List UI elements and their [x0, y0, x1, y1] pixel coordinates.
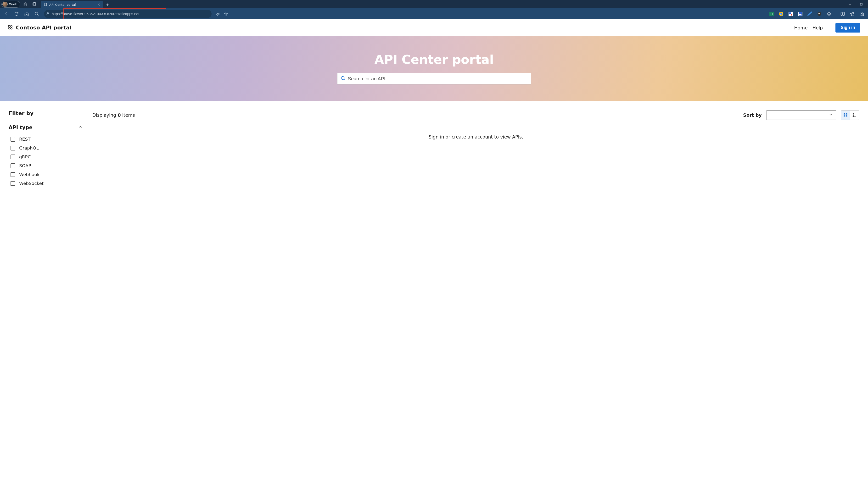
brand-icon [8, 25, 13, 31]
avatar [2, 2, 8, 7]
filter-option-rest[interactable]: REST [9, 135, 83, 143]
tab-actions-icon[interactable] [30, 1, 38, 8]
hero-title: API Center portal [375, 53, 494, 67]
view-list-button[interactable] [850, 110, 859, 120]
filter-label: REST [19, 137, 31, 141]
filter-group-api-type[interactable]: API type [9, 124, 83, 130]
svg-rect-27 [846, 113, 847, 115]
nav-help[interactable]: Help [812, 25, 823, 30]
search-input[interactable] [348, 76, 528, 82]
filters-sidebar: Filter by API type REST GraphQL gRPC SOA… [9, 110, 83, 188]
tab-strip: API Center portal [41, 0, 111, 8]
checkbox[interactable] [10, 181, 15, 186]
svg-text:H: H [770, 12, 773, 15]
minimize-button[interactable] [844, 1, 855, 8]
search-icon [340, 75, 346, 82]
results-number: 0 [118, 112, 121, 118]
extensions-menu-icon[interactable] [825, 9, 833, 18]
page-content: Contoso API portal Home Help Sign in API… [0, 20, 868, 197]
results-suffix: items [121, 112, 135, 118]
results-prefix: Displaying [92, 112, 118, 118]
svg-point-3 [35, 12, 38, 15]
brand[interactable]: Contoso API portal [8, 25, 71, 31]
svg-point-23 [8, 27, 10, 29]
filter-option-soap[interactable]: SOAP [9, 161, 83, 170]
address-bar[interactable] [44, 10, 212, 18]
extensions-area: H [767, 9, 866, 18]
workspaces-icon[interactable] [21, 1, 29, 8]
sort-label: Sort by [743, 112, 762, 118]
window-controls [844, 1, 867, 8]
url-input[interactable] [52, 12, 209, 16]
profile-switcher[interactable]: Work [1, 1, 20, 8]
maximize-button[interactable] [856, 1, 867, 8]
filter-option-webhook[interactable]: Webhook [9, 170, 83, 179]
extension-6[interactable] [815, 9, 824, 18]
filter-option-graphql[interactable]: GraphQL [9, 143, 83, 152]
header-divider [829, 24, 829, 32]
nav-home[interactable]: Home [794, 25, 808, 30]
svg-rect-2 [860, 3, 862, 5]
checkbox[interactable] [10, 137, 15, 141]
extension-4[interactable] [796, 9, 805, 18]
tab-title: API Center portal [49, 3, 76, 6]
svg-point-22 [10, 25, 12, 27]
brand-title: Contoso API portal [16, 25, 71, 31]
back-button[interactable] [2, 9, 11, 19]
svg-rect-11 [789, 12, 791, 14]
tab-api-center[interactable]: API Center portal [41, 1, 103, 8]
split-screen-icon[interactable] [838, 9, 847, 18]
filter-label: Webhook [19, 172, 39, 177]
svg-rect-19 [843, 12, 844, 15]
checkbox[interactable] [10, 155, 15, 159]
lock-icon [46, 12, 50, 16]
extension-1[interactable]: H [767, 9, 776, 18]
filter-label: WebSocket [19, 181, 43, 186]
svg-point-9 [780, 13, 782, 15]
page-header: Contoso API portal Home Help Sign in [0, 20, 868, 36]
svg-point-12 [791, 14, 793, 15]
favorite-icon[interactable] [222, 10, 230, 18]
filter-option-websocket[interactable]: WebSocket [9, 179, 83, 188]
toolbar-divider [836, 11, 836, 17]
main-column: Displaying 0 items Sort by Sign in or cr… [92, 110, 859, 188]
svg-point-24 [10, 27, 12, 29]
extension-5[interactable] [806, 9, 814, 18]
filter-option-grpc[interactable]: gRPC [9, 152, 83, 161]
sort-select[interactable] [767, 110, 836, 120]
home-button[interactable] [22, 9, 31, 19]
filter-group-title: API type [9, 125, 33, 130]
signin-button[interactable]: Sign in [835, 23, 860, 33]
view-grid-button[interactable] [841, 110, 850, 120]
favorites-bar-icon[interactable] [848, 9, 857, 18]
refresh-button[interactable] [12, 9, 21, 19]
svg-point-21 [8, 25, 10, 27]
read-aloud-icon[interactable] [214, 10, 222, 18]
checkbox[interactable] [10, 146, 15, 151]
new-tab-button[interactable] [104, 1, 111, 8]
hero-search[interactable] [337, 73, 531, 85]
view-toggle [841, 110, 859, 120]
collections-icon[interactable] [858, 9, 866, 18]
close-tab-button[interactable] [97, 2, 101, 7]
browser-titlebar: Work API Center portal [0, 0, 868, 8]
search-button[interactable] [32, 9, 41, 19]
svg-rect-26 [844, 113, 845, 115]
page-icon [43, 2, 48, 7]
svg-point-16 [818, 13, 819, 14]
checkbox[interactable] [10, 163, 15, 168]
svg-rect-29 [846, 116, 847, 117]
svg-point-25 [341, 76, 344, 80]
results-count: Displaying 0 items [92, 112, 135, 118]
chevron-down-icon [829, 112, 833, 118]
svg-point-30 [853, 113, 854, 114]
filter-label: GraphQL [19, 145, 39, 151]
extension-2[interactable] [777, 9, 785, 18]
svg-point-15 [817, 12, 822, 16]
empty-state-message: Sign in or create an account to view API… [92, 134, 859, 139]
checkbox[interactable] [10, 172, 15, 177]
svg-rect-28 [844, 116, 845, 117]
filter-heading: Filter by [9, 110, 83, 116]
hero: API Center portal [0, 36, 868, 101]
extension-3[interactable] [786, 9, 795, 18]
